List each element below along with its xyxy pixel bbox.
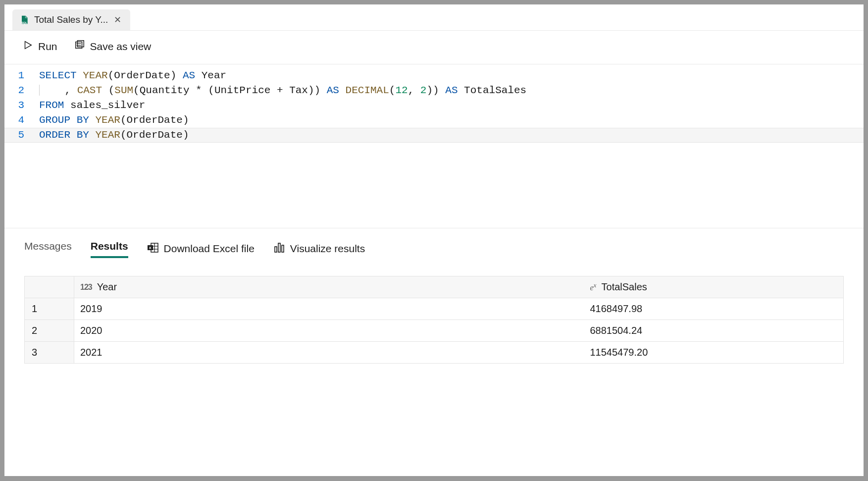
- chart-icon: [273, 242, 285, 256]
- column-header-totalsales-label: TotalSales: [602, 281, 647, 293]
- code-line[interactable]: 2 , CAST (SUM(Quantity * (UnitPrice + Ta…: [4, 83, 864, 98]
- code-line[interactable]: 3FROM sales_silver: [4, 98, 864, 113]
- toolbar: Run Save as view: [4, 30, 864, 64]
- svg-rect-13: [282, 245, 284, 252]
- column-header-year[interactable]: 123 Year: [74, 276, 584, 298]
- cell-totalsales[interactable]: 11545479.20: [584, 342, 844, 364]
- tab-bar: SQL Total Sales by Y... ✕: [4, 4, 864, 30]
- results-tab-bar: Messages Results X Download Excel file V…: [24, 240, 844, 261]
- svg-rect-11: [275, 247, 277, 252]
- code-content: GROUP BY YEAR(OrderDate): [39, 113, 189, 128]
- svg-rect-12: [278, 243, 280, 252]
- save-as-view-button[interactable]: Save as view: [73, 38, 153, 55]
- code-content: SELECT YEAR(OrderDate) AS Year: [39, 68, 226, 83]
- code-line[interactable]: 5ORDER BY YEAR(OrderDate): [4, 128, 864, 143]
- cell-totalsales[interactable]: 6881504.24: [584, 320, 844, 342]
- code-content: FROM sales_silver: [39, 98, 145, 113]
- row-number-header: [25, 276, 74, 298]
- visualize-results-label: Visualize results: [290, 243, 365, 255]
- cell-year[interactable]: 2019: [74, 298, 584, 320]
- code-content: ORDER BY YEAR(OrderDate): [39, 128, 189, 143]
- code-line[interactable]: 4GROUP BY YEAR(OrderDate): [4, 113, 864, 128]
- code-line[interactable]: 1SELECT YEAR(OrderDate) AS Year: [4, 68, 864, 83]
- decimal-type-icon: ex: [590, 281, 597, 292]
- row-number-cell: 1: [25, 298, 74, 320]
- row-number-cell: 2: [25, 320, 74, 342]
- save-view-icon: [74, 40, 85, 53]
- number-type-icon: 123: [80, 283, 92, 292]
- close-icon[interactable]: ✕: [113, 14, 122, 25]
- code-content: , CAST (SUM(Quantity * (UnitPrice + Tax)…: [39, 83, 526, 98]
- column-header-totalsales[interactable]: ex TotalSales: [584, 276, 844, 298]
- table-row[interactable]: 3202111545479.20: [25, 342, 844, 364]
- cell-year[interactable]: 2020: [74, 320, 584, 342]
- tab-messages[interactable]: Messages: [24, 240, 72, 257]
- download-excel-button[interactable]: X Download Excel file: [147, 242, 255, 256]
- tab-sql-file[interactable]: SQL Total Sales by Y... ✕: [12, 9, 130, 30]
- cell-totalsales[interactable]: 4168497.98: [584, 298, 844, 320]
- table-row[interactable]: 220206881504.24: [25, 320, 844, 342]
- tab-messages-label: Messages: [24, 240, 72, 252]
- run-button[interactable]: Run: [21, 38, 58, 55]
- line-number: 2: [4, 83, 39, 98]
- tab-results[interactable]: Results: [91, 240, 128, 257]
- play-icon: [22, 40, 33, 53]
- grid-header-row: 123 Year ex TotalSales: [25, 276, 844, 298]
- download-excel-label: Download Excel file: [164, 243, 255, 255]
- svg-text:SQL: SQL: [21, 21, 27, 24]
- save-view-label: Save as view: [90, 41, 152, 53]
- tab-label: Total Sales by Y...: [34, 14, 108, 25]
- tab-results-label: Results: [91, 240, 128, 252]
- run-label: Run: [38, 41, 57, 53]
- svg-text:X: X: [149, 246, 152, 250]
- row-number-cell: 3: [25, 342, 74, 364]
- line-number: 1: [4, 68, 39, 83]
- table-row[interactable]: 120194168497.98: [25, 298, 844, 320]
- column-header-year-label: Year: [97, 281, 117, 293]
- svg-rect-1: [75, 42, 82, 49]
- sql-editor[interactable]: 1SELECT YEAR(OrderDate) AS Year2 , CAST …: [4, 64, 864, 228]
- line-number: 4: [4, 113, 39, 128]
- results-pane: Messages Results X Download Excel file V…: [4, 228, 864, 476]
- line-number: 3: [4, 98, 39, 113]
- visualize-results-button[interactable]: Visualize results: [273, 242, 365, 256]
- results-grid: 123 Year ex TotalSales 120194168497.9822…: [24, 276, 844, 364]
- cell-year[interactable]: 2021: [74, 342, 584, 364]
- excel-icon: X: [147, 242, 159, 256]
- app-frame: SQL Total Sales by Y... ✕ Run Save as vi…: [4, 4, 864, 477]
- line-number: 5: [4, 128, 39, 143]
- sql-file-icon: SQL: [19, 15, 29, 25]
